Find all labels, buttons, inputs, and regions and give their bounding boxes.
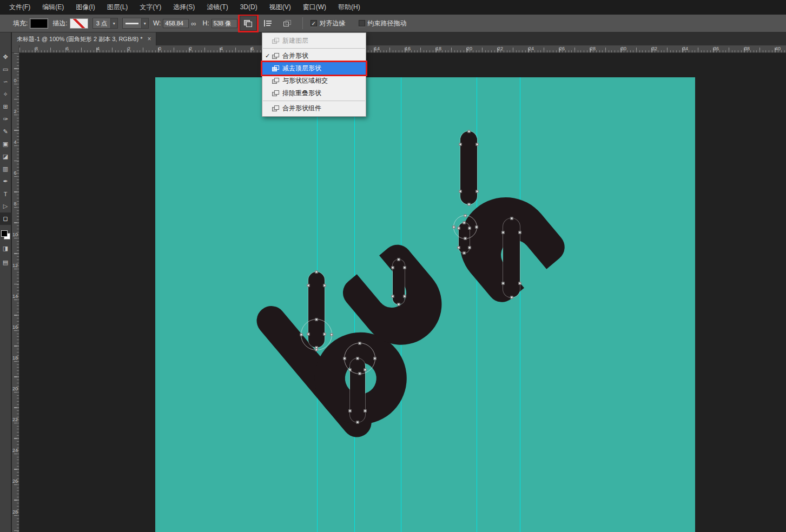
- anchor-point[interactable]: [307, 284, 310, 287]
- anchor-point[interactable]: [459, 143, 462, 146]
- anchor-point[interactable]: [468, 246, 471, 249]
- type-tool[interactable]: T: [0, 188, 11, 200]
- menu-item-intersect-shape-areas[interactable]: 与形状区域相交: [262, 75, 366, 87]
- brush-tool[interactable]: ✎: [0, 125, 11, 138]
- anchor-point[interactable]: [359, 342, 361, 345]
- menu-item-new-layer[interactable]: 新建图层: [262, 35, 366, 47]
- path-arrange-button[interactable]: [279, 16, 296, 31]
- anchor-point[interactable]: [510, 296, 513, 299]
- eraser-tool[interactable]: ◪: [0, 150, 11, 163]
- anchor-point[interactable]: [392, 295, 394, 298]
- menu-item-merge-shape-components[interactable]: 合并形状组件: [262, 102, 366, 115]
- anchor-point[interactable]: [475, 226, 478, 229]
- anchor-point[interactable]: [359, 373, 361, 375]
- ruler-top[interactable]: 8642024681012141618202224262830323436384…: [19, 45, 786, 53]
- anchor-point[interactable]: [463, 252, 466, 255]
- anchor-point[interactable]: [467, 130, 470, 133]
- menu-item[interactable]: 图层(L): [101, 0, 134, 15]
- anchor-point[interactable]: [315, 318, 318, 321]
- align-edges-checkbox[interactable]: ✓ 对齐边缘: [311, 19, 346, 28]
- anchor-point[interactable]: [476, 143, 479, 146]
- menu-item[interactable]: 编辑(E): [36, 0, 70, 15]
- menu-item-exclude-overlapping-shapes[interactable]: 排除重叠形状: [262, 87, 366, 99]
- menu-item[interactable]: 视图(V): [263, 0, 297, 15]
- anchor-point[interactable]: [502, 231, 505, 234]
- foreground-background-color-swatch[interactable]: [1, 230, 10, 240]
- menu-item[interactable]: 选择(S): [167, 0, 201, 15]
- menu-item[interactable]: 滤镜(T): [201, 0, 234, 15]
- anchor-point[interactable]: [510, 217, 513, 220]
- ruler-label: 8: [12, 202, 18, 206]
- anchor-point[interactable]: [398, 258, 400, 261]
- anchor-point[interactable]: [467, 203, 470, 206]
- constrain-path-drag-checkbox[interactable]: 约束路径拖动: [359, 19, 407, 28]
- lasso-tool[interactable]: ∽: [0, 76, 11, 88]
- anchor-point[interactable]: [349, 409, 352, 412]
- anchor-point[interactable]: [502, 282, 505, 284]
- anchor-point[interactable]: [300, 334, 303, 336]
- anchor-point[interactable]: [404, 266, 406, 269]
- gradient-tool[interactable]: ▥: [0, 163, 11, 175]
- menu-item[interactable]: 窗口(W): [297, 0, 332, 15]
- checkbox-checked-icon[interactable]: ✓: [311, 20, 317, 26]
- anchor-point[interactable]: [476, 190, 479, 192]
- clone-stamp-tool[interactable]: ▣: [0, 138, 11, 150]
- chevron-down-icon[interactable]: ▾: [110, 18, 117, 28]
- anchor-point[interactable]: [519, 231, 521, 234]
- menu-item[interactable]: 帮助(H): [332, 0, 366, 15]
- chevron-down-icon[interactable]: ▾: [141, 18, 148, 28]
- document-tab[interactable]: 未标题-1 @ 100% (圆角矩形 2 副本 3, RGB/8) * ×: [12, 32, 156, 45]
- path-operations-button[interactable]: [240, 16, 257, 31]
- guide-vertical[interactable]: [520, 77, 520, 532]
- move-tool[interactable]: ✥: [0, 51, 11, 63]
- screen-mode-button[interactable]: ▤: [0, 257, 11, 268]
- menu-item[interactable]: 图像(I): [70, 0, 101, 15]
- anchor-point[interactable]: [374, 357, 377, 360]
- path-selection-tool[interactable]: ▷: [0, 200, 11, 212]
- anchor-point[interactable]: [404, 295, 406, 298]
- eyedropper-tool[interactable]: ✑: [0, 113, 11, 125]
- stroke-style-select[interactable]: ▾: [122, 18, 149, 29]
- pen-tool[interactable]: ✒: [0, 175, 11, 188]
- checkbox-unchecked-icon[interactable]: [359, 20, 365, 26]
- rounded-rect-shape[interactable]: [503, 218, 520, 297]
- canvas[interactable]: [155, 77, 695, 532]
- crop-tool[interactable]: ⊞: [0, 101, 11, 113]
- anchor-point[interactable]: [364, 409, 367, 412]
- rounded-rect-shape[interactable]: [460, 131, 477, 204]
- stroke-color-swatch[interactable]: [70, 18, 88, 29]
- anchor-point[interactable]: [459, 190, 462, 192]
- shape-tool[interactable]: ◻: [0, 212, 11, 225]
- anchor-point[interactable]: [331, 334, 333, 336]
- menu-item[interactable]: 文字(Y): [134, 0, 167, 15]
- ruler-left[interactable]: 024681012141618202224262830: [12, 53, 19, 532]
- anchor-point[interactable]: [398, 303, 400, 306]
- anchor-point[interactable]: [453, 226, 455, 229]
- width-input[interactable]: [163, 19, 189, 28]
- anchor-point[interactable]: [464, 237, 467, 240]
- path-alignment-button[interactable]: [259, 16, 276, 31]
- link-dimensions-icon[interactable]: ∞: [191, 19, 196, 28]
- anchor-point[interactable]: [315, 349, 318, 351]
- menu-item[interactable]: 文件(F): [3, 0, 36, 15]
- ruler-corner[interactable]: [12, 45, 19, 53]
- anchor-point[interactable]: [315, 271, 318, 274]
- anchor-point[interactable]: [392, 266, 394, 269]
- tab-close-icon[interactable]: ×: [147, 35, 151, 43]
- quick-mask-button[interactable]: ◨: [0, 243, 11, 254]
- quick-selection-tool[interactable]: ✧: [0, 88, 11, 101]
- anchor-point[interactable]: [323, 284, 326, 287]
- height-input[interactable]: [212, 19, 237, 28]
- marquee-tool[interactable]: ▭: [0, 63, 11, 76]
- anchor-point[interactable]: [464, 215, 467, 217]
- anchor-point[interactable]: [519, 282, 521, 284]
- menu-item-unite-shapes[interactable]: ✓合并形状: [262, 50, 366, 62]
- menu-item[interactable]: 3D(D): [234, 0, 263, 15]
- fill-color-swatch[interactable]: [30, 18, 48, 29]
- anchor-point[interactable]: [458, 246, 460, 249]
- stroke-width-select[interactable]: 3 点 ▾: [93, 18, 118, 29]
- rounded-rect-shape[interactable]: [393, 260, 405, 304]
- menu-item-subtract-front-shape[interactable]: 减去顶层形状: [262, 62, 366, 75]
- anchor-point[interactable]: [356, 421, 359, 424]
- anchor-point[interactable]: [344, 357, 346, 360]
